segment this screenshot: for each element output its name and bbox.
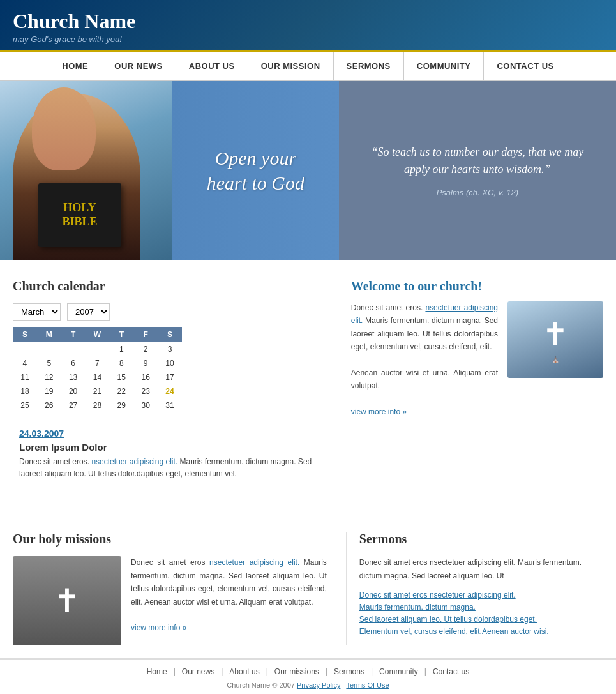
list-item: Elementum vel, cursus eleifend, elit.Aen… bbox=[359, 626, 603, 636]
hero-slogan: Open your heart to God bbox=[207, 146, 304, 195]
welcome-text: Donec sit amet eros. nsectetuer adipisci… bbox=[351, 301, 498, 419]
event-title: Lorem Ipsum Dolor bbox=[19, 442, 325, 453]
table-row: 1 2 3 bbox=[13, 342, 182, 356]
missions-text: Donec sit amet eros nsectetuer adipiscin… bbox=[131, 556, 327, 645]
footer-nav-item[interactable]: About us bbox=[223, 667, 266, 676]
hero-right: “So teach us to number our days, that we… bbox=[339, 81, 616, 260]
nav-item-our-mission[interactable]: OUR MISSION bbox=[248, 52, 334, 80]
event-link[interactable]: nsectetuer adipiscing elit. bbox=[91, 457, 177, 466]
footer-nav-item[interactable]: Our missions bbox=[268, 667, 326, 676]
footer-nav-item[interactable]: Sermons bbox=[327, 667, 371, 676]
list-item: Mauris fermentum. dictum magna. bbox=[359, 602, 603, 612]
sermons-intro: Donec sit amet eros nsectetuer adipiscin… bbox=[359, 556, 603, 582]
year-select[interactable]: 2007 bbox=[67, 303, 110, 321]
event-date[interactable]: 24.03.2007 bbox=[19, 428, 325, 439]
sermon-link-2[interactable]: Mauris fermentum. dictum magna. bbox=[359, 603, 476, 612]
cal-col-sun: S bbox=[13, 327, 37, 342]
sermon-link-1[interactable]: Donec sit amet eros nsectetuer adipiscin… bbox=[359, 591, 516, 600]
event-section: 24.03.2007 Lorem Ipsum Dolor Donec sit a… bbox=[13, 428, 325, 480]
hero-slogan-container: Open your heart to God bbox=[172, 133, 339, 208]
cal-col-sat: S bbox=[158, 327, 182, 342]
main-nav: HOMEOUR NEWSABOUT USOUR MISSIONSERMONSCO… bbox=[0, 52, 616, 81]
site-header: Church Name may God's grace be with you! bbox=[0, 0, 616, 52]
missions-view-more[interactable]: view more info bbox=[131, 623, 186, 632]
missions-content: ✝ Donec sit amet eros nsectetuer adipisc… bbox=[13, 556, 327, 645]
sermons-links-list: Donec sit amet eros nsectetuer adipiscin… bbox=[359, 590, 603, 636]
footer-nav-item[interactable]: Contact us bbox=[426, 667, 476, 676]
footer-nav-item[interactable]: Community bbox=[373, 667, 424, 676]
cal-col-mon: M bbox=[37, 327, 61, 342]
welcome-content: Donec sit amet eros. nsectetuer adipisci… bbox=[351, 301, 603, 419]
footer-nav-item[interactable]: Our news bbox=[176, 667, 221, 676]
footer-nav-item[interactable]: Home bbox=[140, 667, 174, 676]
site-subtitle: may God's grace be with you! bbox=[13, 34, 603, 44]
hero-person-image: HOLY BIBLE bbox=[0, 81, 172, 260]
calendar-table: S M T W T F S 1 2 bbox=[13, 327, 182, 412]
table-row: 25 26 27 28 29 30 31 bbox=[13, 398, 182, 412]
month-select[interactable]: March bbox=[13, 303, 61, 321]
list-item: Donec sit amet eros nsectetuer adipiscin… bbox=[359, 590, 603, 600]
section-divider bbox=[0, 506, 616, 506]
nav-item-about-us[interactable]: ABOUT US bbox=[176, 52, 248, 80]
footer-nav: Home|Our news|About us|Our missions|Serm… bbox=[13, 667, 603, 676]
terms-link[interactable]: Terms Of Use bbox=[346, 681, 389, 689]
welcome-section: Welcome to our church! Donec sit amet er… bbox=[351, 273, 603, 425]
nav-item-sermons[interactable]: SERMONS bbox=[334, 52, 404, 80]
cal-col-tue: T bbox=[61, 327, 86, 342]
event-body: Donec sit amet eros. nsectetuer adipisci… bbox=[19, 456, 325, 480]
missions-title: Our holy missions bbox=[13, 532, 327, 547]
welcome-link[interactable]: nsectetuer adipiscing elit. bbox=[351, 303, 498, 325]
main-content: Church calendar March 2007 S M T W bbox=[0, 260, 616, 493]
missions-sermons-section: Our holy missions ✝ Donec sit amet eros … bbox=[0, 519, 616, 658]
nav-item-home[interactable]: HOME bbox=[49, 52, 101, 80]
hero-section: HOLY BIBLE Open your heart to God “So te… bbox=[0, 81, 616, 260]
right-column: Welcome to our church! Donec sit amet er… bbox=[338, 273, 603, 480]
sermons-title: Sermons bbox=[359, 532, 603, 547]
table-row: 11 12 13 14 15 16 17 bbox=[13, 370, 182, 384]
calendar-section: Church calendar March 2007 S M T W bbox=[13, 273, 325, 419]
calendar-title: Church calendar bbox=[13, 279, 325, 294]
nav-item-community[interactable]: COMMUNITY bbox=[404, 52, 485, 80]
sermons-column: Sermons Donec sit amet eros nsectetuer a… bbox=[346, 532, 603, 645]
hero-left: HOLY BIBLE Open your heart to God bbox=[0, 81, 339, 260]
cal-col-thu: T bbox=[109, 327, 133, 342]
nav-item-our-news[interactable]: OUR NEWS bbox=[101, 52, 176, 80]
welcome-view-more[interactable]: view more info bbox=[351, 407, 407, 416]
footer-copyright: Church Name © 2007 Privacy Policy Terms … bbox=[13, 681, 603, 689]
missions-link[interactable]: nsectetuer adipiscing elit. bbox=[209, 558, 299, 567]
calendar-controls: March 2007 bbox=[13, 303, 325, 321]
hero-citation: Psalms (ch. XC, v. 12) bbox=[437, 188, 518, 197]
sermon-link-4[interactable]: Elementum vel, cursus eleifend, elit.Aen… bbox=[359, 627, 549, 636]
cal-col-fri: F bbox=[133, 327, 158, 342]
missions-column: Our holy missions ✝ Donec sit amet eros … bbox=[13, 532, 327, 645]
table-row: 18 19 20 21 22 23 24 bbox=[13, 384, 182, 398]
left-column: Church calendar March 2007 S M T W bbox=[13, 273, 338, 480]
welcome-title: Welcome to our church! bbox=[351, 279, 603, 294]
sermon-link-3[interactable]: Sed laoreet aliquam leo. Ut tellus dolor… bbox=[359, 615, 537, 624]
hero-quote: “So teach us to number our days, that we… bbox=[358, 144, 597, 178]
footer: Home|Our news|About us|Our missions|Serm… bbox=[0, 658, 616, 694]
cal-col-wed: W bbox=[86, 327, 110, 342]
church-image: ✝ ⛪ bbox=[507, 301, 603, 378]
holy-bible-book: HOLY BIBLE bbox=[38, 183, 121, 247]
site-title: Church Name bbox=[13, 10, 603, 33]
table-row: 4 5 6 7 8 9 10 bbox=[13, 356, 182, 370]
nav-item-contact-us[interactable]: CONTACT US bbox=[484, 52, 567, 80]
list-item: Sed laoreet aliquam leo. Ut tellus dolor… bbox=[359, 614, 603, 624]
privacy-policy-link[interactable]: Privacy Policy bbox=[297, 681, 340, 689]
missions-image: ✝ bbox=[13, 556, 121, 645]
